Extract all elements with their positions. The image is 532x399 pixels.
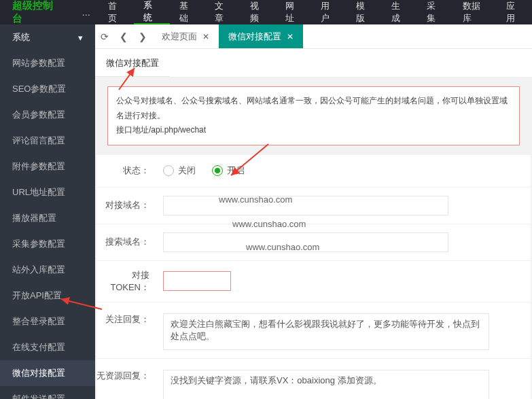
back-icon[interactable]: ❮: [114, 31, 133, 42]
token-input[interactable]: [163, 271, 231, 291]
tab-wechat-close-icon[interactable]: ✕: [287, 32, 294, 41]
sidebar-item-player[interactable]: 播放器配置: [0, 205, 95, 231]
tabbar: ⟳ ❮ ❯ 欢迎页面 ✕ 微信对接配置 ✕: [95, 24, 532, 49]
topnav-video[interactable]: 视频: [241, 0, 276, 24]
follow-reply-input[interactable]: [163, 313, 489, 350]
sidebar-title: 系统: [12, 31, 30, 44]
status-on-radio[interactable]: 开启: [212, 164, 245, 177]
sidebar-item-email[interactable]: 邮件发送配置: [0, 386, 95, 399]
nores-reply-input[interactable]: [163, 370, 489, 399]
tab-wechat-label: 微信对接配置: [228, 31, 281, 43]
notice-line2: 接口地址/api.php/wechat: [116, 123, 511, 138]
sidebar-item-external[interactable]: 站外入库配置: [0, 257, 95, 283]
search-domain-input[interactable]: [163, 232, 448, 252]
status-off-radio[interactable]: 关闭: [163, 164, 196, 177]
topnav-collect[interactable]: 采集: [417, 0, 453, 24]
sidebar-item-site[interactable]: 网站参数配置: [0, 50, 95, 76]
tab-wechat[interactable]: 微信对接配置 ✕: [219, 24, 303, 48]
notice-box: 公众号对接域名、公众号搜索域名、网站域名通常一致，因公众号可能产生的封域名问题，…: [107, 86, 520, 145]
sidebar-item-collect[interactable]: 采集参数配置: [0, 231, 95, 257]
sidebar-item-login[interactable]: 整合登录配置: [0, 309, 95, 334]
sidebar: 系统 ▾ 网站参数配置 SEO参数配置 会员参数配置 评论留言配置 附件参数配置…: [0, 24, 95, 399]
status-label: 状态：: [96, 164, 158, 177]
tab-home[interactable]: 欢迎页面 ✕: [152, 24, 219, 48]
tab-home-close-icon[interactable]: ✕: [202, 32, 209, 41]
panel-title: 微信对接配置: [95, 49, 170, 77]
topnav-system[interactable]: 系统: [134, 0, 169, 24]
domain-input[interactable]: [163, 196, 448, 215]
status-on-label: 开启: [227, 164, 245, 177]
domain-label: 对接域名：: [96, 199, 158, 211]
sidebar-item-openapi[interactable]: 开放API配置: [0, 283, 95, 309]
sidebar-item-member[interactable]: 会员参数配置: [0, 102, 95, 128]
topnav-user[interactable]: 用户: [311, 0, 347, 24]
topnav-basic[interactable]: 基础: [170, 0, 205, 24]
sidebar-item-payment[interactable]: 在线支付配置: [0, 334, 95, 360]
search-domain-label: 搜索域名：: [96, 236, 158, 248]
topnav-article[interactable]: 文章: [205, 0, 241, 24]
topnav-database[interactable]: 数据库: [453, 0, 497, 24]
sidebar-item-urladdr[interactable]: URL地址配置: [0, 179, 95, 205]
sidebar-item-comment[interactable]: 评论留言配置: [0, 128, 95, 154]
topnav-generate[interactable]: 生成: [382, 0, 417, 24]
topnav-home[interactable]: 首页: [99, 0, 134, 24]
refresh-icon[interactable]: ⟳: [95, 31, 114, 42]
sidebar-header[interactable]: 系统 ▾: [0, 24, 95, 50]
caret-down-icon: ▾: [78, 33, 83, 43]
topnav: 首页 系统 基础 文章 视频 网址 用户 模版 生成 采集 数据库 应用: [99, 0, 532, 24]
topnav-url[interactable]: 网址: [276, 0, 311, 24]
notice-line1: 公众号对接域名、公众号搜索域名、网站域名通常一致，因公众号可能产生的封域名问题，…: [116, 94, 511, 123]
nores-reply-label: 无资源回复：: [96, 370, 158, 382]
topnav-template[interactable]: 模版: [347, 0, 382, 24]
sidebar-item-wechat[interactable]: 微信对接配置: [0, 360, 95, 386]
status-off-label: 关闭: [178, 164, 196, 177]
topnav-more[interactable]: …: [73, 7, 99, 18]
sidebar-item-attach[interactable]: 附件参数配置: [0, 154, 95, 179]
token-label: 对接TOKEN：: [96, 269, 158, 294]
forward-icon[interactable]: ❯: [133, 31, 152, 42]
topnav-app[interactable]: 应用: [497, 0, 532, 24]
sidebar-item-seo[interactable]: SEO参数配置: [0, 76, 95, 102]
follow-reply-label: 关注回复：: [96, 313, 158, 326]
radio-checked-icon: [212, 165, 223, 176]
tab-home-label: 欢迎页面: [162, 31, 197, 43]
radio-icon: [163, 165, 174, 176]
logo: 超级控制台: [0, 0, 73, 25]
